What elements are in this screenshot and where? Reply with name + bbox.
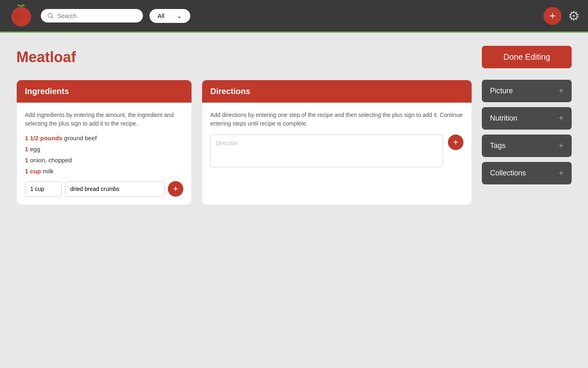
ingredients-card: Ingredients Add ingredients by entering …: [16, 80, 192, 205]
directions-help-text: Add directions by entering one step of t…: [210, 111, 463, 128]
list-item: 1 onion, chopped: [25, 157, 183, 164]
tags-button[interactable]: Tags +: [482, 135, 572, 157]
chevron-down-icon: ⌄: [177, 12, 182, 20]
directions-card-header: Directions: [202, 80, 472, 103]
direction-input[interactable]: [210, 135, 443, 167]
app-header: All ⌄ + ⚙: [0, 0, 588, 33]
svg-line-3: [52, 17, 53, 18]
ingredient-name-input[interactable]: [65, 181, 165, 197]
ingredients-card-body: Add ingredients by entering the amount, …: [17, 103, 192, 205]
ingredients-help-text: Add ingredients by entering the amount, …: [25, 111, 183, 128]
add-direction-button[interactable]: +: [448, 135, 463, 150]
nutrition-plus-icon: +: [559, 114, 564, 123]
picture-button[interactable]: Picture +: [482, 80, 572, 102]
list-item: 1 egg: [25, 146, 183, 153]
page-title: Meatloaf: [16, 49, 76, 66]
search-icon: [47, 13, 54, 19]
search-bar: [41, 9, 143, 22]
picture-label: Picture: [490, 87, 513, 95]
list-item: 1 cup milk: [25, 168, 183, 175]
collections-label: Collections: [490, 169, 526, 177]
directions-card: Directions Add directions by entering on…: [202, 80, 472, 205]
add-button[interactable]: +: [543, 7, 561, 25]
right-sidebar: Picture + Nutrition + Tags + Collections…: [482, 80, 572, 184]
main-content: Meatloaf Done Editing Ingredients Add in…: [0, 33, 588, 368]
picture-plus-icon: +: [559, 86, 564, 96]
page-header: Meatloaf Done Editing: [16, 46, 572, 68]
header-right: + ⚙: [543, 7, 580, 25]
quantity-input[interactable]: [25, 181, 62, 197]
svg-point-1: [15, 12, 21, 22]
done-editing-button[interactable]: Done Editing: [482, 46, 572, 68]
tags-plus-icon: +: [559, 141, 564, 150]
ingredient-input-row: +: [25, 181, 183, 197]
tags-label: Tags: [490, 141, 506, 150]
collections-plus-icon: +: [559, 168, 564, 178]
collections-button[interactable]: Collections +: [482, 162, 572, 184]
direction-input-area: +: [210, 135, 463, 167]
list-item: 1 1/2 pounds ground beef: [25, 135, 183, 141]
settings-icon[interactable]: ⚙: [568, 8, 580, 24]
nutrition-button[interactable]: Nutrition +: [482, 107, 572, 130]
ingredients-card-header: Ingredients: [17, 80, 192, 103]
directions-card-body: Add directions by entering one step of t…: [202, 103, 472, 175]
search-input[interactable]: [57, 12, 136, 19]
add-ingredient-button[interactable]: +: [168, 181, 183, 197]
cards-column: Ingredients Add ingredients by entering …: [16, 80, 472, 205]
logo: [8, 2, 34, 30]
filter-value: All: [158, 12, 165, 19]
ingredient-list: 1 1/2 pounds ground beef 1 egg 1 onion, …: [25, 135, 183, 175]
filter-dropdown[interactable]: All ⌄: [149, 9, 190, 23]
content-area: Ingredients Add ingredients by entering …: [16, 80, 572, 205]
nutrition-label: Nutrition: [490, 114, 517, 123]
